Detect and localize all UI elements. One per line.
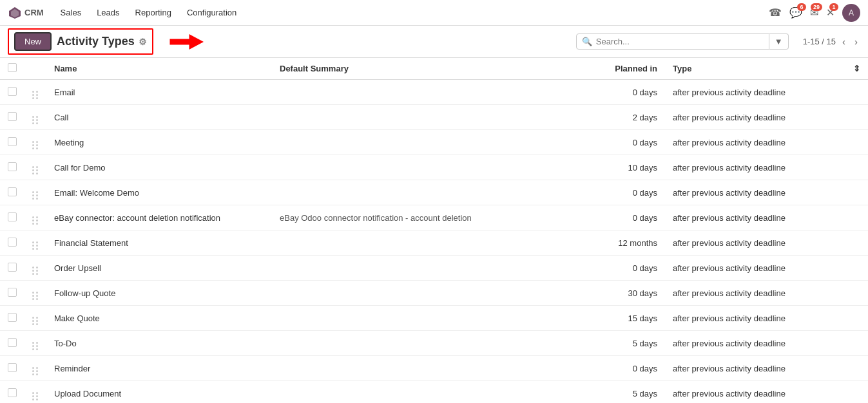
row-drag-cell[interactable] xyxy=(24,205,46,230)
row-name[interactable]: Financial Statement xyxy=(46,230,272,256)
row-checkbox-cell[interactable] xyxy=(0,256,24,281)
row-checkbox[interactable] xyxy=(8,313,17,322)
row-name[interactable]: To-Do xyxy=(46,331,272,356)
pagination-prev[interactable]: ‹ xyxy=(840,35,848,48)
row-checkbox-cell[interactable] xyxy=(0,230,24,256)
nav-reporting[interactable]: Reporting xyxy=(129,5,178,20)
table-row: Email: Welcome Demo 0 days after previou… xyxy=(0,180,868,205)
row-checkbox-cell[interactable] xyxy=(0,306,24,331)
row-checkbox[interactable] xyxy=(8,87,17,96)
drag-handle-icon[interactable] xyxy=(32,367,39,375)
row-actions xyxy=(845,155,868,180)
avatar[interactable]: A xyxy=(842,4,860,22)
drag-handle-icon[interactable] xyxy=(32,392,39,400)
col-header-type[interactable]: Type xyxy=(665,58,845,80)
row-checkbox-cell[interactable] xyxy=(0,130,24,155)
col-header-summary[interactable]: Default Summary xyxy=(272,58,588,80)
row-checkbox-cell[interactable] xyxy=(0,180,24,205)
row-checkbox-cell[interactable] xyxy=(0,80,24,105)
row-checkbox[interactable] xyxy=(8,388,17,397)
row-drag-cell[interactable] xyxy=(24,281,46,306)
col-header-settings[interactable]: ⇕ xyxy=(845,58,868,80)
row-checkbox[interactable] xyxy=(8,288,17,297)
activity-types-table: Name Default Summary Planned in Type ⇕ E… xyxy=(0,58,868,403)
col-select-all[interactable] xyxy=(0,58,24,80)
row-checkbox[interactable] xyxy=(8,263,17,272)
nav-configuration[interactable]: Configuration xyxy=(180,5,243,20)
app-logo[interactable]: CRM xyxy=(8,6,44,20)
row-checkbox-cell[interactable] xyxy=(0,281,24,306)
row-name[interactable]: eBay connector: account deletion notific… xyxy=(46,205,272,230)
notification-icon-btn[interactable]: ✉ 29 xyxy=(810,6,818,19)
row-checkbox-cell[interactable] xyxy=(0,356,24,381)
row-drag-cell[interactable] xyxy=(24,381,46,404)
row-name[interactable]: Upload Document xyxy=(46,381,272,404)
row-name[interactable]: Email: Welcome Demo xyxy=(46,180,272,205)
drag-handle-icon[interactable] xyxy=(32,116,39,124)
row-checkbox-cell[interactable] xyxy=(0,331,24,356)
search-dropdown-btn[interactable]: ▼ xyxy=(769,33,789,50)
row-checkbox-cell[interactable] xyxy=(0,105,24,130)
row-drag-cell[interactable] xyxy=(24,80,46,105)
row-checkbox[interactable] xyxy=(8,187,17,196)
col-header-planned[interactable]: Planned in xyxy=(588,58,665,80)
search-input[interactable] xyxy=(596,37,764,46)
table-row: eBay connector: account deletion notific… xyxy=(0,205,868,230)
row-drag-cell[interactable] xyxy=(24,155,46,180)
row-planned: 0 days xyxy=(588,180,665,205)
nav-sales[interactable]: Sales xyxy=(54,5,88,20)
row-checkbox-cell[interactable] xyxy=(0,381,24,404)
row-name[interactable]: Follow-up Quote xyxy=(46,281,272,306)
new-button[interactable]: New xyxy=(14,32,52,51)
row-checkbox[interactable] xyxy=(8,137,17,146)
table-row: Financial Statement 12 months after prev… xyxy=(0,230,868,256)
table-body: Email 0 days after previous activity dea… xyxy=(0,80,868,404)
row-drag-cell[interactable] xyxy=(24,256,46,281)
row-actions xyxy=(845,105,868,130)
table-container: Name Default Summary Planned in Type ⇕ E… xyxy=(0,58,868,403)
row-name[interactable]: Make Quote xyxy=(46,306,272,331)
row-name[interactable]: Order Upsell xyxy=(46,256,272,281)
drag-handle-icon[interactable] xyxy=(32,216,39,225)
nav-leads[interactable]: Leads xyxy=(90,5,126,20)
row-name[interactable]: Reminder xyxy=(46,356,272,381)
pagination-next[interactable]: › xyxy=(852,35,860,48)
row-name[interactable]: Call for Demo xyxy=(46,155,272,180)
row-drag-cell[interactable] xyxy=(24,105,46,130)
row-checkbox[interactable] xyxy=(8,238,17,247)
row-name[interactable]: Call xyxy=(46,105,272,130)
row-checkbox[interactable] xyxy=(8,112,17,121)
drag-handle-icon[interactable] xyxy=(32,241,39,250)
row-drag-cell[interactable] xyxy=(24,230,46,256)
row-checkbox[interactable] xyxy=(8,338,17,347)
drag-handle-icon[interactable] xyxy=(32,91,39,99)
row-name[interactable]: Meeting xyxy=(46,130,272,155)
row-drag-cell[interactable] xyxy=(24,331,46,356)
row-checkbox-cell[interactable] xyxy=(0,205,24,230)
col-header-name[interactable]: Name xyxy=(46,58,272,80)
row-drag-cell[interactable] xyxy=(24,130,46,155)
drag-handle-icon[interactable] xyxy=(32,292,39,300)
close-icon-btn[interactable]: ✕ 1 xyxy=(826,6,834,19)
settings-gear-icon[interactable]: ⚙ xyxy=(139,37,147,47)
row-drag-cell[interactable] xyxy=(24,180,46,205)
row-summary xyxy=(272,331,588,356)
chat-icon-btn[interactable]: 💬 6 xyxy=(789,6,802,19)
row-checkbox[interactable] xyxy=(8,363,17,372)
drag-handle-icon[interactable] xyxy=(32,317,39,325)
row-drag-cell[interactable] xyxy=(24,306,46,331)
row-type: after previous activity deadline xyxy=(665,281,845,306)
row-checkbox[interactable] xyxy=(8,162,17,171)
drag-handle-icon[interactable] xyxy=(32,191,39,200)
drag-handle-icon[interactable] xyxy=(32,141,39,149)
phone-icon-btn[interactable]: ☎ xyxy=(769,6,782,19)
row-drag-cell[interactable] xyxy=(24,356,46,381)
row-checkbox[interactable] xyxy=(8,212,17,221)
arrow-annotation xyxy=(165,32,204,52)
drag-handle-icon[interactable] xyxy=(32,342,39,350)
row-checkbox-cell[interactable] xyxy=(0,155,24,180)
select-all-checkbox[interactable] xyxy=(8,63,17,72)
drag-handle-icon[interactable] xyxy=(32,166,39,174)
drag-handle-icon[interactable] xyxy=(32,267,39,275)
row-name[interactable]: Email xyxy=(46,80,272,105)
